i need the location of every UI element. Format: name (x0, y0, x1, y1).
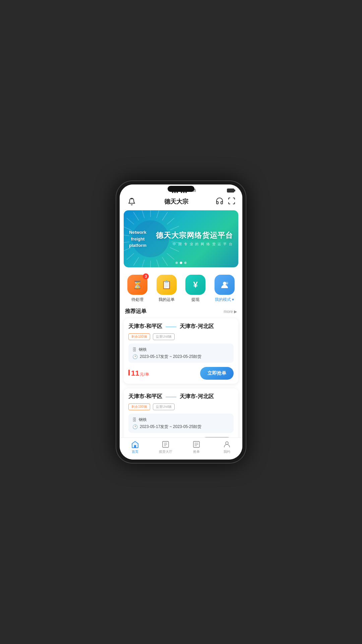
pending-icon-wrap: ⏳ 3 (127, 275, 147, 295)
headset-button[interactable] (216, 197, 224, 206)
cargo-row-2: 🗄 钢铁 (132, 417, 230, 423)
svg-line-23 (141, 210, 144, 218)
profile-icon (223, 440, 231, 448)
pending-icon: ⏳ (132, 280, 142, 289)
tag-quantity-2: 剩余100辆 (128, 404, 150, 410)
mode-icon-wrap: ⚙ (215, 275, 235, 295)
price-bar-1 (128, 370, 130, 376)
svg-line-5 (167, 218, 174, 224)
dot-2 (180, 262, 182, 264)
svg-line-19 (124, 234, 129, 236)
svg-line-3 (157, 210, 160, 218)
quick-item-withdraw[interactable]: ¥ 提现 (185, 275, 205, 303)
orders-label: 我的运单 (159, 297, 175, 303)
svg-line-21 (127, 218, 134, 224)
bell-button[interactable] (126, 196, 137, 207)
orders-icon: 📋 (162, 280, 172, 289)
price-num-1: 11 (131, 369, 139, 378)
svg-line-22 (133, 212, 139, 220)
cargo-type-2: 钢铁 (139, 417, 147, 423)
tag-quantity-1: 剩余100辆 (128, 333, 150, 340)
date-range-1: 2023-05-17发货 ~ 2023-05-25卸货 (140, 354, 201, 360)
banner-main-title: 德天大宗网络货运平台 (156, 230, 233, 240)
withdraw-icon-wrap: ¥ (185, 275, 205, 295)
nav-hall[interactable]: 揽货大厅 (156, 440, 176, 454)
scroll-content[interactable]: Network freight platform 德天大宗网络货运平台 中 国 … (120, 210, 242, 437)
svg-line-4 (162, 212, 168, 220)
nav-grab[interactable]: 抢单 (186, 440, 206, 454)
bottom-nav: 首页 揽货大厅 抢单 我约 (120, 437, 242, 460)
banner-right-text: 德天大宗网络货运平台 中 国 专 业 的 网 络 货 运 平 台 (156, 230, 233, 247)
mode-icon: ⚙ (220, 280, 229, 289)
grab-btn-1[interactable]: 立即抢单 (200, 367, 234, 380)
svg-line-15 (133, 257, 139, 266)
nav-profile[interactable]: 我约 (217, 440, 237, 454)
svg-rect-27 (134, 445, 136, 448)
order-route-2: 天津市-和平区 —— 天津市-河北区 (128, 393, 234, 400)
orders-icon-wrap: 📋 (157, 275, 177, 295)
nav-home-label: 首页 (132, 449, 138, 454)
order-tags-2: 剩余100辆 盐重Unit辆 (128, 404, 234, 410)
route-to-1: 天津市-河北区 (180, 323, 214, 330)
app-header: 德天大宗 (120, 194, 242, 210)
cargo-row-1: 🗄 钢铁 (132, 347, 230, 353)
withdraw-icon: ¥ (193, 280, 198, 289)
pending-badge: 3 (143, 273, 149, 279)
mode-label: 我的模式 ▾ (215, 297, 234, 303)
banner-left-text: Network freight platform (129, 229, 146, 249)
date-row-1: 🕐 2023-05-17发货 ~ 2023-05-25卸货 (132, 354, 230, 360)
svg-line-6 (170, 226, 179, 230)
date-range-2: 2023-05-17发货 ~ 2023-05-25卸货 (140, 424, 201, 430)
order-footer-1: 11 元/单 立即抢单 (128, 367, 234, 380)
quick-item-pending[interactable]: ⏳ 3 待处理 (127, 275, 147, 303)
quick-item-orders[interactable]: 📋 我的运单 (157, 275, 177, 303)
phone-screen: ▌▌▌ ▌▌▌ wifi 德天大宗 (120, 184, 242, 460)
route-from-2: 天津市-和平区 (128, 393, 162, 400)
tag-weight-1: 盐重Unit辆 (153, 333, 175, 340)
cargo-type-1: 钢铁 (139, 347, 147, 353)
route-to-2: 天津市-河北区 (180, 393, 214, 400)
quick-item-mode[interactable]: ⚙ 我的模式 ▾ (215, 275, 235, 303)
withdraw-label: 提现 (191, 297, 199, 303)
clock-icon-2: 🕐 (132, 424, 138, 429)
svg-line-14 (141, 260, 144, 267)
hall-icon (162, 440, 170, 448)
nav-home[interactable]: 首页 (125, 440, 145, 454)
scan-button[interactable] (228, 197, 236, 206)
svg-line-18 (124, 242, 129, 243)
quick-icons-row: ⏳ 3 待处理 📋 我的运单 ¥ 提现 (120, 272, 242, 308)
svg-line-9 (170, 248, 179, 252)
section-header: 推荐运单 more ▶ (120, 308, 242, 318)
date-row-2: 🕐 2023-05-17发货 ~ 2023-05-25卸货 (132, 424, 230, 430)
clock-icon-1: 🕐 (132, 354, 138, 359)
section-title: 推荐运单 (125, 308, 146, 315)
pending-label: 待处理 (131, 297, 143, 303)
svg-line-11 (162, 257, 168, 266)
price-1: 11 元/单 (128, 369, 149, 378)
svg-line-12 (157, 260, 160, 267)
dot-3 (184, 262, 187, 264)
order-card-2: 天津市-和平区 —— 天津市-河北区 剩余100辆 盐重Unit辆 🗄 钢铁 🕐 (124, 388, 238, 437)
nav-profile-label: 我约 (224, 449, 230, 454)
banner-dots (176, 262, 187, 264)
header-right-icons (216, 197, 236, 206)
camera-notch (168, 186, 194, 192)
more-link[interactable]: more ▶ (224, 309, 237, 314)
order-detail-box-1: 🗄 钢铁 🕐 2023-05-17发货 ~ 2023-05-25卸货 (128, 343, 234, 363)
order-detail-box-2: 🗄 钢铁 🕐 2023-05-17发货 ~ 2023-05-25卸货 (128, 414, 234, 433)
route-from-1: 天津市-和平区 (128, 323, 162, 330)
nav-grab-label: 抢单 (193, 449, 200, 454)
route-arrow-2: —— (166, 394, 176, 400)
price-unit-1: 元/单 (140, 372, 149, 377)
grab-icon (192, 440, 200, 448)
order-card-1: 天津市-和平区 —— 天津市-河北区 剩余100辆 盐重Unit辆 🗄 钢铁 🕐 (124, 318, 238, 384)
svg-text:⚙: ⚙ (226, 282, 228, 284)
battery-icon (227, 189, 234, 193)
dot-1 (176, 262, 178, 264)
banner-sub-title: 中 国 专 业 的 网 络 货 运 平 台 (156, 242, 233, 247)
app-title: 德天大宗 (164, 198, 188, 206)
home-icon (131, 440, 139, 448)
route-arrow-1: —— (166, 324, 176, 330)
cargo-icon-1: 🗄 (132, 347, 137, 352)
phone-frame: ▌▌▌ ▌▌▌ wifi 德天大宗 (116, 180, 246, 464)
